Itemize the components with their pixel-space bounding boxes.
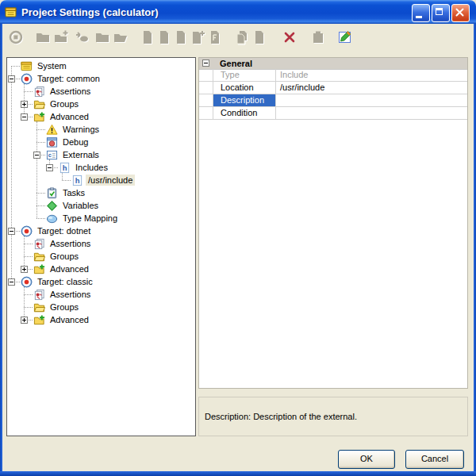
target-icon (21, 276, 33, 288)
warning-icon (46, 124, 58, 136)
tree-connector-line (11, 66, 12, 282)
tree-item-advanced[interactable]: Advanced (48, 263, 91, 274)
ok-button[interactable]: OK (338, 450, 395, 469)
tree-expander-externals[interactable] (33, 152, 40, 159)
groups-icon (33, 301, 45, 313)
property-name-condition[interactable]: Condition (213, 107, 275, 119)
externals-icon: c (46, 149, 58, 161)
tree-expander-includes[interactable] (46, 164, 53, 171)
tree-connector-stub (36, 142, 45, 143)
tree-item-target-classic[interactable]: Target: classic (35, 276, 95, 287)
tree-item-assertions[interactable]: Assertions (48, 238, 93, 249)
tree-item-tasks[interactable]: Tasks (60, 187, 87, 198)
assertions-icon (33, 86, 45, 98)
hfile-icon: h (59, 162, 71, 174)
property-value-condition[interactable] (275, 107, 467, 119)
tree-item-type-mapping[interactable]: Type Mapping (60, 213, 120, 224)
page-3-icon[interactable] (173, 29, 189, 45)
close-button[interactable] (451, 4, 470, 22)
tree-connector-stub (24, 307, 33, 308)
tree-expander-advanced[interactable] (21, 317, 28, 324)
tree-item-target-dotnet[interactable]: Target: dotnet (35, 225, 93, 236)
property-row-location[interactable]: Location/usr/include (199, 82, 467, 94)
tree-item-debug[interactable]: Debug (60, 136, 90, 148)
tree-item-warnings[interactable]: Warnings (60, 124, 102, 135)
minimize-button[interactable] (412, 4, 430, 22)
property-row-description[interactable]: Description (199, 94, 467, 107)
svg-text:h: h (75, 177, 80, 185)
tree-item-system[interactable]: System (35, 60, 69, 71)
tree-item-assertions[interactable]: Assertions (48, 289, 93, 300)
tree-item-advanced[interactable]: Advanced (48, 314, 91, 325)
tree-expander-advanced[interactable] (21, 113, 28, 121)
page-1-icon[interactable] (140, 29, 155, 45)
tree-connector-line (24, 236, 25, 269)
folder-open-icon[interactable] (113, 29, 129, 45)
property-row-type[interactable]: TypeInclude (199, 69, 467, 82)
window-border-bottom (0, 471, 476, 476)
tree-expander-groups[interactable] (21, 101, 28, 108)
property-grid-header: General (199, 58, 467, 70)
tree-item-externals[interactable]: Externals (60, 149, 102, 160)
link-small-icon[interactable] (74, 29, 90, 45)
maximize-button[interactable] (432, 4, 450, 22)
property-value-type[interactable]: Include (275, 69, 467, 81)
project-settings-dialog: Project Settings (calculator) SystemTarg… (0, 0, 476, 476)
tree-expander-advanced[interactable] (21, 266, 28, 273)
tree-connector-stub (36, 205, 45, 206)
property-group-title: General (220, 58, 252, 69)
tree-connector-stub (62, 180, 71, 181)
property-name-location[interactable]: Location (213, 82, 275, 94)
advanced-icon (33, 111, 45, 123)
tree-panel[interactable]: SystemTarget: commonAssertionsGroupsAdva… (6, 57, 196, 436)
copy-icon[interactable] (234, 29, 250, 45)
tree-connector-stub (24, 256, 33, 257)
tree-item-groups[interactable]: Groups (48, 251, 81, 262)
description-text: Description: Description of the external… (205, 412, 357, 421)
tree-connector-stub (24, 91, 33, 92)
groups-icon (33, 251, 45, 263)
tree-item-groups[interactable]: Groups (48, 98, 81, 109)
page-4-icon[interactable] (251, 29, 267, 45)
target-icon (21, 73, 33, 85)
page-add-icon[interactable] (190, 29, 205, 45)
property-row-condition[interactable]: Condition (199, 107, 467, 120)
delete-icon[interactable] (282, 29, 298, 45)
folder-new-icon[interactable] (35, 29, 51, 45)
tree-connector-stub (24, 294, 33, 295)
tree-item-includes[interactable]: Includes (73, 162, 110, 173)
tree-item-variables[interactable]: Variables (60, 200, 101, 211)
edit-icon[interactable] (337, 29, 353, 45)
titlebar[interactable]: Project Settings (calculator) (0, 0, 476, 24)
page-f-icon[interactable] (207, 29, 223, 45)
tree-item-assertions[interactable]: Assertions (48, 86, 93, 97)
tree-connector-stub (36, 193, 45, 194)
tree-expander-target-common[interactable] (8, 75, 15, 83)
property-value-description[interactable] (275, 94, 467, 106)
property-grid[interactable]: General TypeIncludeLocation/usr/includeD… (198, 57, 468, 389)
close-icon (452, 5, 467, 20)
tree-connector-stub (24, 244, 33, 244)
record-icon[interactable] (8, 29, 24, 45)
assertions-icon (33, 238, 45, 250)
property-name-type[interactable]: Type (213, 69, 275, 81)
tree-connector-stub (11, 66, 20, 67)
svg-text:h: h (63, 164, 67, 172)
property-name-description[interactable]: Description (213, 94, 275, 106)
page-2-icon[interactable] (156, 29, 172, 45)
property-value-location[interactable]: /usr/include (275, 82, 467, 94)
general-collapse-icon[interactable] (202, 60, 209, 67)
debug-icon (46, 136, 58, 148)
clipboard-icon[interactable] (310, 29, 326, 45)
tree-expander-target-classic[interactable] (8, 278, 15, 286)
tree-item-usr-include[interactable]: /usr/include (86, 175, 135, 186)
tree-item-advanced[interactable]: Advanced (48, 111, 91, 122)
tree-item-target-common[interactable]: Target: common (35, 73, 102, 84)
tree-item-groups[interactable]: Groups (48, 301, 81, 313)
tree-expander-target-dotnet[interactable] (8, 228, 15, 235)
folder-add-icon[interactable] (53, 29, 69, 45)
folder-2-icon[interactable] (94, 29, 110, 45)
cancel-button[interactable]: Cancel (405, 450, 464, 469)
hfile-icon: h (71, 175, 83, 186)
groups-icon (33, 98, 45, 110)
